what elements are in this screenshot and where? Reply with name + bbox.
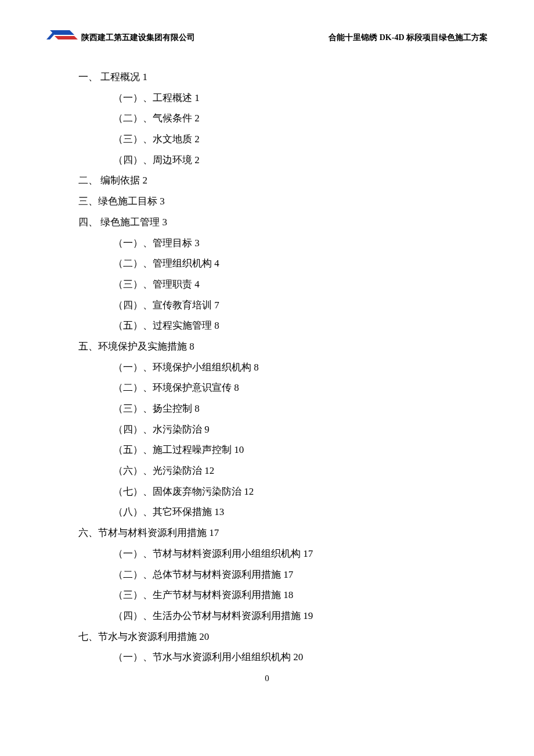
toc-entry: （三）、扬尘控制 8 (113, 398, 476, 419)
toc-entry: （三）、管理职责 4 (113, 274, 476, 295)
toc-entry: （一）、节材与材料资源利用小组组织机构 17 (113, 543, 476, 564)
document-header: 陕西建工第五建设集团有限公司 合能十里锦绣 DK-4D 标段项目绿色施工方案 (46, 22, 488, 44)
svg-marker-1 (55, 36, 78, 39)
company-name: 陕西建工第五建设集团有限公司 (81, 33, 195, 44)
toc-entry: （二）、管理组织机构 4 (113, 253, 476, 274)
table-of-contents: 一、 工程概况 1 （一）、工程概述 1 （二）、气候条件 2 （三）、水文地质… (78, 67, 476, 668)
toc-entry: （三）、水文地质 2 (113, 129, 476, 150)
toc-entry: 三、绿色施工目标 3 (78, 191, 476, 212)
toc-entry: 一、 工程概况 1 (78, 67, 476, 88)
page-number: 0 (0, 674, 534, 683)
toc-entry: （六）、光污染防治 12 (113, 460, 476, 481)
toc-entry: （二）、总体节材与材料资源利用措施 17 (113, 564, 476, 585)
toc-entry: （四）、宣传教育培训 7 (113, 295, 476, 316)
project-title: 合能十里锦绣 DK-4D 标段项目绿色施工方案 (329, 33, 488, 44)
toc-entry: （八）、其它环保措施 13 (113, 502, 476, 523)
toc-entry: （二）、环境保护意识宣传 8 (113, 377, 476, 398)
toc-entry: （一）、工程概述 1 (113, 88, 476, 109)
toc-entry: （一）、环境保护小组组织机构 8 (113, 357, 476, 378)
toc-entry: （五）、过程实施管理 8 (113, 315, 476, 336)
company-logo-icon (46, 22, 80, 44)
toc-entry: （一）、节水与水资源利用小组组织机构 20 (113, 647, 476, 668)
toc-entry: （三）、生产节材与材料资源利用措施 18 (113, 585, 476, 606)
toc-entry: 二、 编制依据 2 (78, 170, 476, 191)
toc-entry: 五、环境保护及实施措施 8 (78, 336, 476, 357)
toc-entry: 七、节水与水资源利用措施 20 (78, 627, 476, 647)
toc-entry: （五）、施工过程噪声控制 10 (113, 440, 476, 460)
logo-company-block: 陕西建工第五建设集团有限公司 (46, 22, 195, 44)
toc-entry: （二）、气候条件 2 (113, 108, 476, 129)
toc-entry: （七）、固体废弃物污染防治 12 (113, 481, 476, 502)
toc-entry: （一）、管理目标 3 (113, 233, 476, 254)
toc-entry: 四、 绿色施工管理 3 (78, 212, 476, 233)
toc-entry: 六、节材与材料资源利用措施 17 (78, 523, 476, 543)
toc-entry: （四）、生活办公节材与材料资源利用措施 19 (113, 606, 476, 627)
toc-entry: （四）、水污染防治 9 (113, 419, 476, 440)
toc-entry: （四）、周边环境 2 (113, 150, 476, 171)
